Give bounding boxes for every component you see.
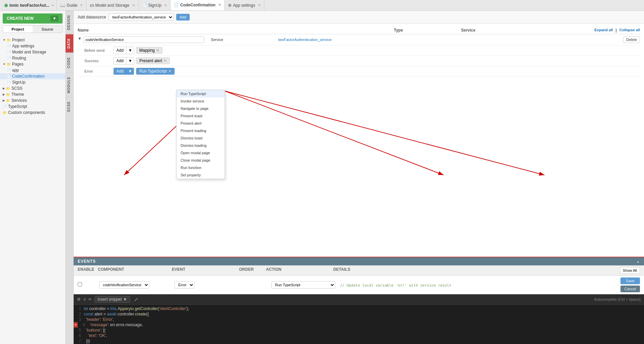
expand-editor-icon[interactable]: ⤢ bbox=[134, 297, 138, 302]
code-line-3: 3 'header': 'Error', bbox=[74, 317, 644, 322]
col-name-header: Name bbox=[78, 28, 205, 33]
row-toggle-icon[interactable]: ▼ bbox=[78, 36, 82, 41]
before-send-add-main[interactable]: Add bbox=[114, 47, 126, 54]
events-enable-checkbox[interactable] bbox=[78, 282, 82, 287]
cancel-button[interactable]: Cancel bbox=[620, 286, 640, 292]
sidebar-item-signup-label: SignUp bbox=[12, 80, 25, 85]
format-icon[interactable]: ≡ bbox=[83, 297, 86, 302]
dropdown-item-set-property[interactable]: Set property bbox=[177, 171, 225, 179]
tab-guide-label: Guide bbox=[67, 3, 77, 8]
run-typescript-tag[interactable]: Run TypeScript ✕ bbox=[136, 68, 175, 75]
events-row-component: codeVerificationService bbox=[99, 281, 173, 289]
error-add-arrow[interactable]: ▼ bbox=[126, 68, 134, 75]
code-toolbar: ⚙ ≡ ✏ Insert snippet ▼ ⤢ Autocomplete (C… bbox=[74, 294, 644, 305]
dropdown-item-run-typescript[interactable]: Run TypeScript bbox=[177, 90, 225, 97]
theme-expand-icon: ▶ bbox=[3, 93, 5, 96]
tab-signup[interactable]: 📄 SignUp ✕ bbox=[139, 0, 171, 10]
datasource-add-button[interactable]: Add bbox=[176, 14, 190, 20]
tab-codeconfirmation[interactable]: 📄 CodeConfirmation ✕ bbox=[171, 0, 225, 10]
run-typescript-tag-close[interactable]: ✕ bbox=[168, 69, 172, 74]
success-add-main[interactable]: Add bbox=[114, 57, 126, 64]
events-col-action: ACTION bbox=[266, 267, 333, 274]
tab-guide[interactable]: 📖 Guide ✕ bbox=[57, 0, 86, 10]
dropdown-item-dismiss-loading[interactable]: Dismiss loading bbox=[177, 142, 225, 149]
mapping-tag-close[interactable]: ✕ bbox=[156, 48, 159, 53]
dropdown-item-run-function[interactable]: Run function bbox=[177, 164, 225, 171]
tab-model-storage[interactable]: 🗃 Model and Storage ✕ bbox=[86, 0, 138, 10]
events-col-component: COMPONENT bbox=[98, 267, 172, 274]
present-alert-tag[interactable]: Present alert ✕ bbox=[136, 57, 170, 64]
side-tab-data[interactable]: DATA bbox=[66, 34, 73, 52]
tab-guide-close[interactable]: ✕ bbox=[80, 3, 83, 7]
events-collapse-icon[interactable]: ⌄ bbox=[636, 259, 640, 264]
before-send-row: Before send: Add ▼ Mapping ✕ bbox=[78, 45, 640, 56]
expand-all-link[interactable]: Expand all bbox=[594, 28, 613, 33]
create-new-button[interactable]: CREATE NEW ▼ bbox=[3, 13, 63, 24]
scss-folder-icon: 📁 bbox=[6, 87, 10, 90]
side-tab-scss[interactable]: SCSS bbox=[66, 97, 73, 116]
events-row-event: Error bbox=[175, 281, 242, 289]
error-add-main[interactable]: Add bbox=[114, 68, 126, 75]
project-tab[interactable]: Project bbox=[3, 26, 33, 33]
sidebar-item-theme[interactable]: ▶ 📁 Theme bbox=[0, 91, 65, 97]
sidebar-item-appsettings[interactable]: 📄 App settings bbox=[0, 43, 65, 49]
dropdown-item-open-modal[interactable]: Open modal page bbox=[177, 149, 225, 157]
dropdown-item-close-modal[interactable]: Close modal page bbox=[177, 157, 225, 164]
events-action-select[interactable]: Run TypeScript bbox=[271, 281, 335, 289]
events-component-select[interactable]: codeVerificationService bbox=[99, 281, 149, 289]
sidebar-item-codeconfirmation[interactable]: 📄 CodeConfirmation bbox=[0, 73, 65, 79]
datasource-select[interactable]: twoFactorAuthentication_service bbox=[109, 13, 174, 21]
sidebar-item-scss[interactable]: ▶ 📁 SCSS bbox=[0, 85, 65, 91]
edit-icon[interactable]: ✏ bbox=[88, 297, 92, 302]
tab-codeconfirmation-close[interactable]: ✕ bbox=[218, 3, 221, 7]
sidebar-item-services[interactable]: ▶ 📁 Services bbox=[0, 97, 65, 103]
sidebar-item-custom-components[interactable]: 📁 Custom components bbox=[0, 110, 65, 116]
insert-snippet-button[interactable]: Insert snippet ▼ bbox=[94, 296, 130, 303]
code-line-5: 5 'buttons': [{ bbox=[74, 328, 644, 333]
dropdown-item-invoke-service[interactable]: Invoke service bbox=[177, 97, 225, 105]
sidebar-item-app[interactable]: 📄 app bbox=[0, 67, 65, 73]
dropdown-item-dismiss-toast[interactable]: Dismiss toast bbox=[177, 134, 225, 142]
success-add-arrow[interactable]: ▼ bbox=[126, 57, 134, 64]
create-new-arrow[interactable]: ▼ bbox=[50, 15, 59, 22]
events-row: codeVerificationService Error Run TypeSc… bbox=[74, 276, 644, 294]
save-button[interactable]: Save bbox=[620, 277, 640, 284]
sidebar-item-project[interactable]: ▼ 📁 Project bbox=[0, 37, 65, 43]
table-header: Name Type Service Expand all | Collapse … bbox=[78, 27, 640, 34]
before-send-add-arrow[interactable]: ▼ bbox=[126, 47, 134, 54]
present-alert-tag-close[interactable]: ✕ bbox=[163, 58, 167, 63]
events-panel: EVENTS ⌄ ENABLE COMPONENT EVENT ORDER AC… bbox=[74, 257, 644, 344]
mapping-tag[interactable]: Mapping ✕ bbox=[136, 47, 162, 54]
content-area: Add datasource twoFactorAuthentication_s… bbox=[74, 11, 644, 344]
source-tab[interactable]: Source bbox=[33, 26, 62, 33]
side-tab-design[interactable]: DESIGN bbox=[66, 11, 73, 34]
tab-signup-close[interactable]: ✕ bbox=[164, 3, 167, 7]
row-service-link[interactable]: twoFactorAuthentication_service bbox=[278, 36, 379, 42]
show-all-button[interactable]: Show All bbox=[620, 267, 640, 274]
dropdown-item-present-loading[interactable]: Present loading bbox=[177, 127, 225, 134]
code-line-7: 7 }}} bbox=[74, 338, 644, 344]
side-tab-code[interactable]: CODE bbox=[66, 53, 73, 72]
insert-snippet-label: Insert snippet bbox=[98, 297, 122, 302]
sidebar-item-routing[interactable]: 📄 Routing bbox=[0, 55, 65, 61]
tab-appsettings[interactable]: ⚙ App settings ✕ bbox=[225, 0, 264, 10]
sidebar-item-pages[interactable]: ▼ 📁 Pages bbox=[0, 61, 65, 67]
events-col-details: DETAILS bbox=[333, 267, 613, 274]
events-event-select[interactable]: Error bbox=[175, 281, 194, 289]
dropdown-item-present-alert[interactable]: Present alert bbox=[177, 120, 225, 127]
code-line-2: 2 const alert = await controller.create(… bbox=[74, 311, 644, 317]
collapse-all-link[interactable]: Collapse all bbox=[619, 28, 640, 33]
row-name-input[interactable] bbox=[83, 36, 204, 43]
dropdown-item-navigate-to-page[interactable]: Navigate to page bbox=[177, 105, 225, 112]
side-tab-module[interactable]: MODULE bbox=[66, 72, 73, 97]
sidebar-item-model-storage[interactable]: 📄 Model and Storage bbox=[0, 49, 65, 55]
dropdown-item-present-toast[interactable]: Present toast bbox=[177, 112, 225, 120]
success-add-btn: Add ▼ bbox=[113, 57, 134, 64]
run-typescript-tag-label: Run TypeScript bbox=[139, 69, 167, 74]
settings-icon[interactable]: ⚙ bbox=[77, 297, 81, 302]
sidebar-item-signup[interactable]: 📄 SignUp bbox=[0, 79, 65, 85]
delete-button[interactable]: Delete bbox=[623, 36, 640, 43]
tab-model-close[interactable]: ✕ bbox=[132, 3, 135, 7]
sidebar-item-typescript[interactable]: 📄 TypeScript bbox=[0, 103, 65, 110]
tab-appsettings-close[interactable]: ✕ bbox=[258, 3, 261, 7]
